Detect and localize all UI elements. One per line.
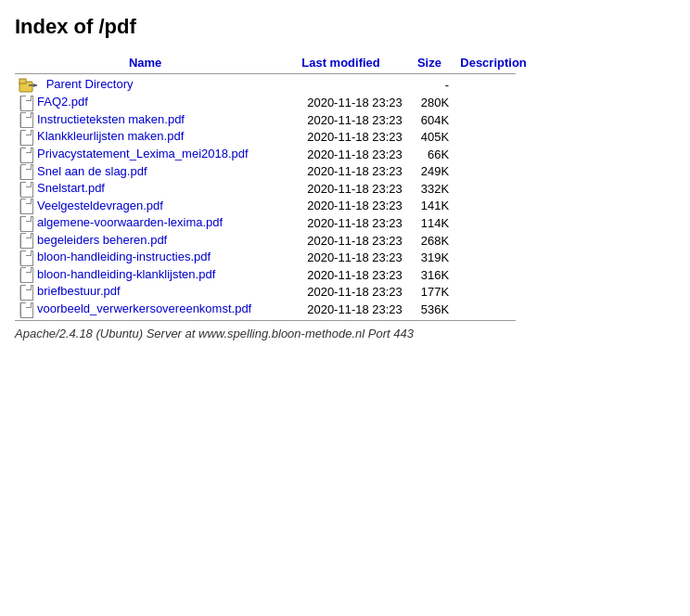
svg-rect-40 — [20, 251, 30, 264]
parent-directory-row: Parent Directory - — [15, 76, 534, 94]
file-desc — [453, 283, 534, 301]
table-row: Snelstart.pdf2020-11-18 23:23332K — [15, 180, 534, 198]
svg-rect-8 — [20, 114, 30, 127]
file-date: 2020-11-18 23:23 — [275, 232, 406, 250]
file-link[interactable]: voorbeeld_verwerkersovereenkomst.pdf — [37, 302, 251, 315]
file-link[interactable]: Privacystatement_Lexima_mei2018.pdf — [37, 147, 249, 160]
file-desc — [453, 214, 534, 232]
sort-desc-link[interactable]: Description — [460, 56, 527, 70]
file-link[interactable]: bloon-handleiding-klanklijsten.pdf — [37, 267, 215, 281]
svg-rect-36 — [20, 235, 30, 248]
pdf-icon — [19, 199, 33, 213]
table-row: Klankkleurlijsten maken.pdf2020-11-18 23… — [15, 128, 534, 146]
file-date: 2020-11-18 23:23 — [275, 128, 406, 146]
file-date: 2020-11-18 23:23 — [275, 180, 406, 198]
server-info: Apache/2.4.18 (Ubuntu) Server at www.spe… — [15, 327, 675, 340]
file-date: 2020-11-18 23:23 — [275, 163, 406, 181]
file-date: 2020-11-18 23:23 — [275, 249, 406, 266]
table-row: briefbestuur.pdf2020-11-18 23:23177K — [15, 283, 534, 301]
svg-rect-44 — [20, 269, 30, 282]
file-size: 66K — [406, 146, 453, 163]
file-link[interactable]: begeleiders beheren.pdf — [37, 233, 167, 247]
file-size: 141K — [406, 198, 453, 215]
file-size: 114K — [406, 214, 453, 232]
table-row: Veelgesteldevragen.pdf2020-11-18 23:2314… — [15, 198, 534, 215]
file-desc — [453, 111, 534, 129]
file-desc — [453, 163, 534, 181]
parent-desc — [453, 76, 534, 94]
svg-rect-32 — [20, 217, 30, 230]
table-row: algemene-voorwaarden-lexima.pdf2020-11-1… — [15, 214, 534, 232]
file-size: 332K — [406, 180, 453, 198]
file-listing-table: Name Last modified Size Description Pare… — [15, 54, 534, 323]
file-date: 2020-11-18 23:23 — [275, 266, 406, 284]
file-link[interactable]: Klankkleurlijsten maken.pdf — [37, 129, 184, 143]
file-desc — [453, 146, 534, 163]
file-desc — [453, 180, 534, 198]
file-size: 405K — [406, 128, 453, 146]
table-row: voorbeeld_verwerkersovereenkomst.pdf2020… — [15, 301, 534, 318]
svg-rect-52 — [20, 303, 30, 316]
file-link[interactable]: Instructieteksten maken.pdf — [37, 112, 185, 126]
file-link[interactable]: FAQ2.pdf — [37, 95, 88, 109]
file-size: 319K — [406, 249, 453, 266]
table-row: begeleiders beheren.pdf2020-11-18 23:232… — [15, 232, 534, 250]
file-size: 536K — [406, 301, 453, 318]
pdf-icon — [19, 182, 33, 197]
pdf-icon — [19, 285, 33, 300]
file-date: 2020-11-18 23:23 — [275, 301, 406, 318]
parent-directory-link[interactable]: Parent Directory — [46, 77, 134, 91]
page-title: Index of /pdf — [15, 15, 675, 39]
back-arrow-icon — [19, 77, 39, 93]
sort-date-link[interactable]: Last modified — [301, 56, 380, 70]
table-row: Snel aan de slag.pdf2020-11-18 23:23249K — [15, 163, 534, 181]
file-link[interactable]: algemene-voorwaarden-lexima.pdf — [37, 215, 223, 229]
pdf-icon — [19, 148, 33, 162]
file-link[interactable]: Snelstart.pdf — [37, 181, 105, 195]
file-size: 177K — [406, 283, 453, 301]
parent-size: - — [406, 76, 453, 94]
pdf-icon — [19, 96, 33, 110]
table-row: Privacystatement_Lexima_mei2018.pdf2020-… — [15, 146, 534, 163]
file-desc — [453, 249, 534, 266]
sort-name-link[interactable]: Name — [129, 56, 161, 70]
file-desc — [453, 266, 534, 284]
svg-rect-1 — [19, 79, 26, 83]
file-desc — [453, 301, 534, 318]
file-date: 2020-11-18 23:23 — [275, 214, 406, 232]
svg-rect-24 — [20, 183, 30, 196]
file-link[interactable]: Veelgesteldevragen.pdf — [37, 199, 163, 212]
file-desc — [453, 232, 534, 250]
pdf-icon — [19, 302, 33, 317]
file-size: 280K — [406, 94, 453, 111]
file-date: 2020-11-18 23:23 — [275, 94, 406, 111]
pdf-icon — [19, 216, 33, 231]
svg-rect-4 — [20, 96, 30, 109]
pdf-icon — [19, 112, 33, 127]
table-row: Instructieteksten maken.pdf2020-11-18 23… — [15, 111, 534, 129]
file-link[interactable]: bloon-handleiding-instructies.pdf — [37, 250, 211, 263]
pdf-icon — [19, 233, 33, 248]
file-size: 268K — [406, 232, 453, 250]
file-size: 249K — [406, 163, 453, 181]
table-row: bloon-handleiding-instructies.pdf2020-11… — [15, 249, 534, 266]
file-date: 2020-11-18 23:23 — [275, 283, 406, 301]
file-date: 2020-11-18 23:23 — [275, 198, 406, 215]
file-date: 2020-11-18 23:23 — [275, 111, 406, 129]
pdf-icon — [19, 164, 33, 179]
parent-date — [275, 76, 406, 94]
svg-rect-20 — [20, 166, 30, 179]
svg-rect-16 — [20, 148, 30, 161]
file-size: 316K — [406, 266, 453, 284]
svg-rect-12 — [20, 132, 30, 145]
table-row: bloon-handleiding-klanklijsten.pdf2020-1… — [15, 266, 534, 284]
file-link[interactable]: Snel aan de slag.pdf — [37, 164, 147, 178]
file-desc — [453, 94, 534, 111]
table-row: FAQ2.pdf2020-11-18 23:23280K — [15, 94, 534, 111]
file-desc — [453, 198, 534, 215]
sort-size-link[interactable]: Size — [417, 56, 441, 70]
pdf-icon — [19, 250, 33, 265]
file-link[interactable]: briefbestuur.pdf — [37, 284, 121, 298]
svg-rect-48 — [20, 287, 30, 300]
file-size: 604K — [406, 111, 453, 129]
